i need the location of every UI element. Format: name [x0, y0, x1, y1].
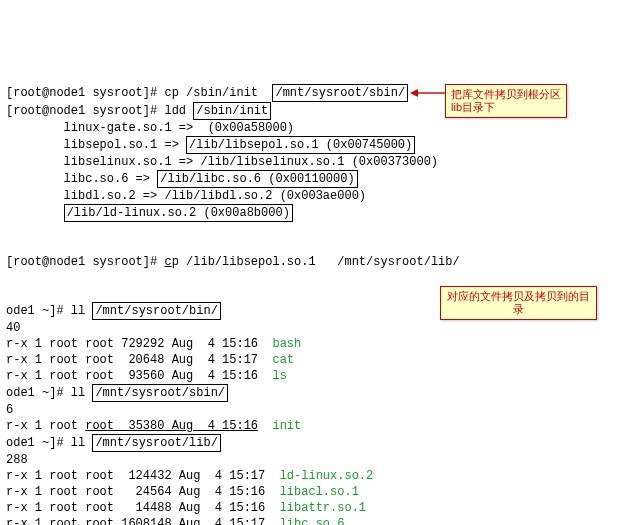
- lib-box: /lib/libsepol.so.1 (0x00745000): [186, 136, 415, 154]
- lib-box: /lib/libc.so.6 (0x00110000): [157, 170, 357, 188]
- ldd-line: libc.so.6 =>: [6, 172, 150, 186]
- ls-row: r-x 1 root root 14488 Aug 4 15:16: [6, 501, 265, 515]
- callout-note: 对应的文件拷贝及拷贝到的目录: [440, 286, 597, 320]
- path-box: /mnt/sysroot/lib/: [92, 434, 220, 452]
- cmd: p /lib/libsepol.so.1 /mnt/sysroot/lib/: [172, 255, 460, 269]
- ls-row: r-x 1 root root 93560 Aug 4 15:16: [6, 369, 258, 383]
- filename: init: [272, 419, 301, 433]
- ldd-line: libsepol.so.1 =>: [6, 138, 179, 152]
- prompt: [root@node1 sysroot]#: [6, 104, 157, 118]
- total: 40: [6, 321, 20, 335]
- cmd: ldd: [164, 104, 193, 118]
- filename: cat: [272, 353, 294, 367]
- callout-note: 把库文件拷贝到根分区lib目录下: [445, 84, 567, 118]
- prompt: ode1 ~]# ll: [6, 304, 85, 318]
- cmd: cp /sbin/init: [164, 86, 258, 100]
- ldd-line: libdl.so.2 => /lib/libdl.so.2 (0x003ae00…: [6, 189, 366, 203]
- ls-row: r-x 1 root root 729292 Aug 4 15:16: [6, 337, 258, 351]
- path-box: /mnt/sysroot/bin/: [92, 302, 220, 320]
- ls-row: r-x 1 root: [6, 419, 78, 433]
- filename: libc.so.6: [280, 517, 345, 525]
- filename: libattr.so.1: [280, 501, 366, 515]
- prompt: [root@node1 sysroot]#: [6, 255, 157, 269]
- ldd-line: libselinux.so.1 => /lib/libselinux.so.1 …: [6, 155, 438, 169]
- path-box: /mnt/sysroot/sbin/: [272, 84, 408, 102]
- filename: ld-linux.so.2: [280, 469, 374, 483]
- filename: libacl.so.1: [280, 485, 359, 499]
- ls-row: r-x 1 root root 1608148 Aug 4 15:17: [6, 517, 265, 525]
- ls-row: r-x 1 root root 124432 Aug 4 15:17: [6, 469, 265, 483]
- ls-row-u: root 35380 Aug 4 15:16: [85, 419, 258, 433]
- lib-box: /lib/ld-linux.so.2 (0x00a8b000): [64, 204, 293, 222]
- ls-row: r-x 1 root root 24564 Aug 4 15:16: [6, 485, 265, 499]
- filename: ls: [272, 369, 286, 383]
- total: 6: [6, 403, 13, 417]
- path-box: /sbin/init: [193, 102, 271, 120]
- ldd-line: [6, 206, 56, 220]
- svg-marker-1: [410, 89, 418, 97]
- prompt: ode1 ~]# ll: [6, 436, 85, 450]
- callout-arrow-icon: [410, 88, 446, 98]
- total: 288: [6, 453, 28, 467]
- ls-row: r-x 1 root root 20648 Aug 4 15:17: [6, 353, 258, 367]
- path-box: /mnt/sysroot/sbin/: [92, 384, 228, 402]
- filename: bash: [272, 337, 301, 351]
- prompt: [root@node1 sysroot]#: [6, 86, 157, 100]
- ldd-line: linux-gate.so.1 => (0x00a58000): [6, 121, 294, 135]
- cursor-char: c: [164, 255, 171, 269]
- prompt: ode1 ~]# ll: [6, 386, 85, 400]
